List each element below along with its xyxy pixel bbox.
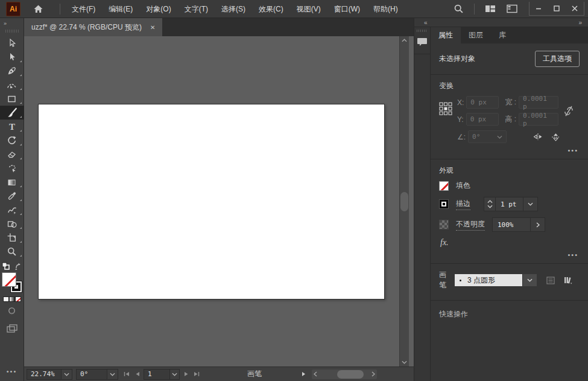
next-artboard-icon[interactable] <box>181 369 191 380</box>
selection-tool[interactable] <box>0 36 24 50</box>
first-artboard-icon[interactable] <box>122 369 132 380</box>
artboard-number-field[interactable]: 1 <box>144 369 170 380</box>
comments-icon[interactable] <box>417 37 428 46</box>
stroke-weight-field[interactable]: 1 pt <box>496 197 523 211</box>
toolbar-expand-icon[interactable]: » <box>0 21 6 27</box>
panel-tab-properties[interactable]: 属性 <box>431 27 461 43</box>
tab-close-icon[interactable]: ✕ <box>150 24 155 31</box>
brush-select[interactable]: 3 点圆形 <box>455 274 537 286</box>
rotate-tool[interactable] <box>0 133 24 147</box>
reference-point-locator-icon[interactable] <box>439 102 452 115</box>
menu-item-help[interactable]: 帮助(H) <box>367 0 405 18</box>
effects-button[interactable]: fx. <box>440 238 580 248</box>
panel-grip[interactable] <box>417 30 428 32</box>
menu-item-file[interactable]: 文件(F) <box>65 0 102 18</box>
lasso-tool[interactable] <box>0 161 24 175</box>
opacity-field[interactable]: 100% <box>492 217 531 232</box>
zoom-dropdown-icon[interactable] <box>62 369 72 380</box>
opacity-label[interactable]: 不透明度 <box>456 219 485 231</box>
rotation-dropdown-icon[interactable] <box>107 369 118 380</box>
default-fill-stroke-icon[interactable] <box>2 262 10 270</box>
transform-more-options-icon[interactable]: ••• <box>439 144 580 154</box>
collapse-panels-left-icon[interactable]: « <box>424 19 428 26</box>
height-input[interactable]: 0.0001 p <box>519 113 558 126</box>
home-icon[interactable] <box>28 4 49 14</box>
menu-item-edit[interactable]: 编辑(E) <box>102 0 139 18</box>
panel-tab-libraries[interactable]: 库 <box>491 27 514 43</box>
rectangle-tool[interactable] <box>0 92 24 106</box>
constrain-proportions-icon[interactable] <box>563 104 574 118</box>
opacity-options-icon[interactable] <box>531 217 545 232</box>
y-input[interactable]: 0 px <box>466 113 499 126</box>
direct-selection-tool[interactable] <box>0 50 24 64</box>
drawing-modes-icon[interactable] <box>7 307 16 316</box>
scroll-up-icon[interactable] <box>402 36 407 45</box>
artboard-tool[interactable] <box>0 231 24 245</box>
flip-vertical-icon[interactable] <box>551 133 560 141</box>
zoom-level-field[interactable]: 22.74% <box>27 369 62 380</box>
arrange-documents-icon[interactable] <box>479 4 501 13</box>
swap-fill-stroke-icon[interactable] <box>14 262 22 270</box>
document-tab[interactable]: uzzf* @ 22.74 % (RGB/CPU 预览) ✕ <box>24 18 162 36</box>
close-button[interactable] <box>566 2 584 15</box>
canvas-area[interactable] <box>24 36 414 367</box>
curvature-tool[interactable] <box>0 78 24 92</box>
tool-options-button[interactable]: 工具选项 <box>535 51 580 67</box>
scroll-left-icon[interactable] <box>314 371 317 377</box>
search-icon[interactable] <box>448 4 469 14</box>
flip-horizontal-icon[interactable] <box>533 133 543 141</box>
color-mode-gradient[interactable] <box>9 296 15 302</box>
brush-libraries-icon[interactable] <box>563 276 572 284</box>
eraser-tool[interactable] <box>0 147 24 161</box>
menu-item-window[interactable]: 窗口(W) <box>327 0 367 18</box>
rotation-select[interactable]: 0° <box>468 130 507 143</box>
scroll-down-icon[interactable] <box>402 358 407 367</box>
toolbar-grip[interactable] <box>5 30 19 33</box>
stroke-label[interactable]: 描边 <box>456 199 470 210</box>
menu-item-type[interactable]: 文字(T) <box>178 0 215 18</box>
pen-tool[interactable] <box>0 64 24 78</box>
shape-builder-tool[interactable] <box>0 217 24 231</box>
scroll-right-icon[interactable] <box>371 371 375 377</box>
zoom-tool[interactable] <box>0 245 24 258</box>
menu-item-view[interactable]: 视图(V) <box>290 0 327 18</box>
vertical-scroll-thumb[interactable] <box>400 192 408 211</box>
maximize-button[interactable] <box>548 2 566 15</box>
collapse-panels-right-icon[interactable]: » <box>578 19 582 26</box>
previous-artboard-icon[interactable] <box>132 369 142 380</box>
artboard-dropdown-icon[interactable] <box>170 369 180 380</box>
menu-item-effect[interactable]: 效果(C) <box>252 0 290 18</box>
panel-tab-layers[interactable]: 图层 <box>461 27 491 43</box>
paintbrush-tool[interactable] <box>0 106 24 120</box>
menu-item-object[interactable]: 对象(O) <box>139 0 177 18</box>
last-artboard-icon[interactable] <box>191 369 201 380</box>
artboard[interactable] <box>38 104 385 299</box>
width-input[interactable]: 0.0001 p <box>519 96 558 109</box>
stroke-color-swatch[interactable] <box>439 199 449 209</box>
color-mode-color[interactable] <box>3 296 9 302</box>
horizontal-scroll-thumb[interactable] <box>337 370 364 379</box>
fill-color-well-none[interactable] <box>2 272 16 287</box>
toolbar-more-icon[interactable]: ••• <box>7 368 17 375</box>
screen-mode-icon[interactable] <box>7 324 17 333</box>
status-flyout-icon[interactable] <box>302 371 306 377</box>
eyedropper-tool[interactable] <box>0 189 24 203</box>
type-tool[interactable]: T <box>0 120 24 133</box>
opacity-swatch[interactable] <box>439 220 449 229</box>
stroke-weight-stepper[interactable] <box>484 197 496 211</box>
brush-dropdown-icon[interactable] <box>522 274 537 286</box>
shaper-tool[interactable] <box>0 203 24 217</box>
illustrator-logo-icon[interactable]: Ai <box>6 2 21 16</box>
color-mode-none[interactable] <box>15 296 21 302</box>
workspace-switcher-icon[interactable] <box>501 4 523 13</box>
brush-options-icon[interactable] <box>546 277 555 284</box>
minimize-button[interactable] <box>530 2 548 15</box>
x-input[interactable]: 0 px <box>466 96 499 109</box>
rotation-field[interactable]: 0° <box>76 369 107 380</box>
horizontal-scrollbar[interactable] <box>312 370 377 379</box>
stroke-weight-dropdown-icon[interactable] <box>523 197 538 211</box>
fill-color-swatch[interactable] <box>439 181 449 191</box>
appearance-more-options-icon[interactable]: ••• <box>439 249 580 258</box>
gradient-tool[interactable] <box>0 175 24 189</box>
vertical-scrollbar[interactable] <box>399 36 409 367</box>
